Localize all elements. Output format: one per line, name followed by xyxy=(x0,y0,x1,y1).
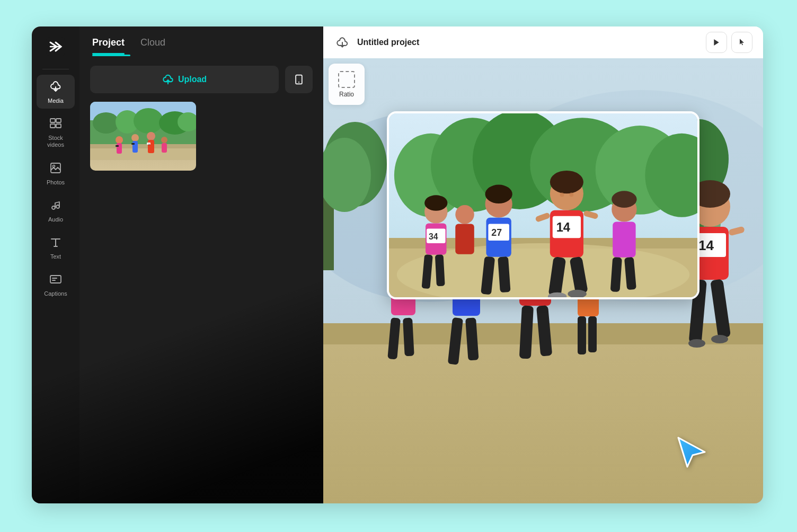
svg-rect-121 xyxy=(613,222,635,258)
sidebar-item-audio[interactable]: Audio xyxy=(37,193,75,227)
upload-label: Upload xyxy=(178,75,207,84)
sidebar-item-photos[interactable]: Photos xyxy=(37,156,75,190)
photos-icon xyxy=(49,162,62,176)
svg-rect-2 xyxy=(50,119,55,122)
preview-header: Untitled project xyxy=(323,26,763,58)
media-actions: Upload xyxy=(79,56,323,102)
svg-rect-27 xyxy=(131,143,135,145)
svg-rect-125 xyxy=(455,224,474,254)
svg-point-120 xyxy=(612,191,636,208)
audio-icon xyxy=(49,199,62,214)
svg-point-107 xyxy=(550,171,583,193)
stock-videos-label: Stock videos xyxy=(40,135,72,148)
svg-point-93 xyxy=(424,195,447,211)
svg-marker-126 xyxy=(678,438,705,467)
tab-project[interactable]: Project xyxy=(92,37,125,55)
sidebar-divider xyxy=(42,69,69,69)
svg-rect-6 xyxy=(51,163,60,173)
svg-rect-26 xyxy=(132,141,138,153)
svg-point-124 xyxy=(455,205,474,224)
pointer-button[interactable] xyxy=(731,32,752,53)
ratio-icon xyxy=(338,71,355,88)
cloud-save-icon xyxy=(334,34,351,51)
svg-point-7 xyxy=(53,165,55,167)
svg-point-8 xyxy=(52,206,55,209)
photos-label: Photos xyxy=(47,179,65,186)
captions-icon xyxy=(49,273,62,288)
media-label: Media xyxy=(48,97,64,104)
media-icon xyxy=(49,80,62,95)
svg-text:34: 34 xyxy=(429,232,438,241)
svg-point-28 xyxy=(147,132,155,140)
svg-point-109 xyxy=(569,192,573,197)
app-logo[interactable] xyxy=(44,35,67,58)
svg-rect-3 xyxy=(56,119,61,122)
text-label: Text xyxy=(50,253,61,260)
captions-label: Captions xyxy=(44,290,67,297)
audio-label: Audio xyxy=(48,216,63,223)
svg-rect-98 xyxy=(435,254,445,286)
media-panel: Project Cloud Upload xyxy=(79,26,323,503)
mobile-button[interactable] xyxy=(285,66,313,93)
svg-text:14: 14 xyxy=(148,143,150,146)
svg-point-25 xyxy=(131,134,139,141)
header-controls xyxy=(706,32,752,53)
svg-marker-34 xyxy=(714,39,719,46)
preview-panel: Untitled project Ratio xyxy=(323,26,763,503)
sidebar-item-captions[interactable]: Captions xyxy=(37,268,75,302)
svg-rect-33 xyxy=(162,143,167,153)
svg-rect-80 xyxy=(578,316,586,354)
sidebar: Media Stock videos xyxy=(32,26,79,503)
tab-cloud[interactable]: Cloud xyxy=(140,37,165,55)
svg-point-108 xyxy=(560,192,564,197)
cursor-arrow xyxy=(676,435,710,472)
sidebar-item-text[interactable]: Text xyxy=(37,230,75,264)
sidebar-item-media[interactable]: Media xyxy=(37,75,75,109)
sidebar-item-stock-videos[interactable]: Stock videos xyxy=(37,112,75,153)
upload-button[interactable]: Upload xyxy=(90,66,279,93)
ratio-label: Ratio xyxy=(339,91,354,98)
svg-rect-29 xyxy=(148,140,154,153)
svg-point-22 xyxy=(116,136,123,144)
svg-point-15 xyxy=(93,112,119,134)
svg-text:14: 14 xyxy=(698,237,714,253)
svg-rect-21 xyxy=(90,144,196,148)
svg-point-32 xyxy=(161,137,167,143)
svg-text:27: 27 xyxy=(491,227,502,238)
svg-point-100 xyxy=(485,185,512,204)
svg-rect-77 xyxy=(403,318,414,357)
app-container: Media Stock videos xyxy=(32,26,763,503)
svg-point-56 xyxy=(688,339,705,348)
svg-point-57 xyxy=(711,335,728,343)
media-grid: 14 xyxy=(79,102,323,171)
media-thumbnail-1[interactable]: 14 xyxy=(90,102,196,171)
race-foreground-panel: 34 27 xyxy=(387,111,699,299)
text-icon xyxy=(49,236,62,251)
svg-rect-5 xyxy=(56,124,61,128)
preview-canvas: Ratio xyxy=(323,58,763,503)
svg-text:14: 14 xyxy=(556,220,571,234)
svg-rect-4 xyxy=(50,124,55,128)
svg-rect-10 xyxy=(50,276,61,283)
svg-rect-23 xyxy=(117,143,122,154)
ratio-button[interactable]: Ratio xyxy=(329,64,365,105)
play-button[interactable] xyxy=(706,32,727,53)
svg-point-17 xyxy=(134,108,163,134)
svg-rect-24 xyxy=(116,145,119,147)
media-tabs: Project Cloud xyxy=(79,26,323,55)
stock-videos-icon xyxy=(49,117,62,132)
svg-rect-81 xyxy=(588,316,597,352)
project-title: Untitled project xyxy=(357,38,699,47)
